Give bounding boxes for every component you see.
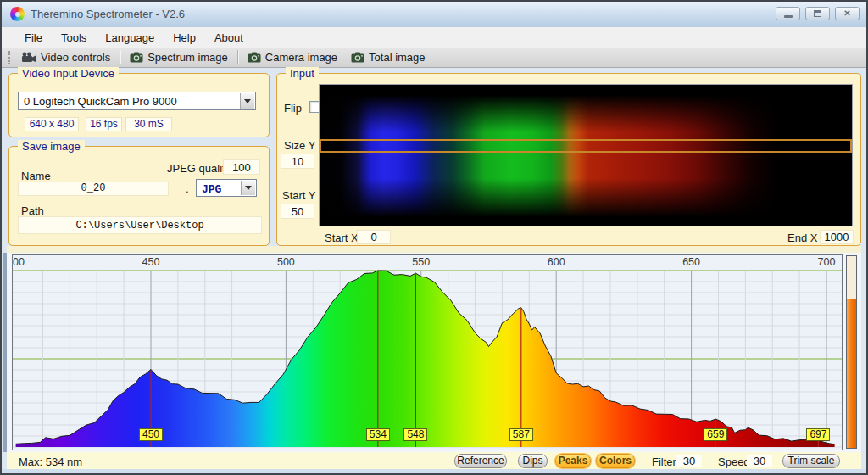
scan-line-selection-rect[interactable] — [320, 139, 852, 153]
video-camera-icon — [21, 52, 36, 63]
format-selected: JPG — [202, 183, 221, 196]
level-indicator-bar — [846, 255, 857, 449]
menu-language[interactable]: Language — [96, 28, 164, 48]
camera-icon — [248, 52, 261, 63]
video-controls-button[interactable]: Video controls — [14, 49, 117, 65]
dips-button[interactable]: Dips — [518, 454, 548, 468]
minimize-button[interactable] — [776, 7, 800, 20]
path-label: Path — [21, 204, 44, 217]
window-title: Theremino Spectrometer - V2.6 — [31, 8, 185, 20]
resolution-chip: 640 x 480 — [25, 117, 79, 131]
menu-help[interactable]: Help — [164, 28, 205, 48]
minimize-icon — [784, 15, 793, 18]
end-x-label: End X — [787, 232, 817, 244]
menu-about[interactable]: About — [205, 28, 253, 48]
size-y-label: Size Y — [284, 139, 315, 152]
size-y-field[interactable]: 10 — [281, 154, 314, 169]
svg-text:600: 600 — [548, 256, 565, 268]
toolbar-grip-icon — [8, 51, 11, 64]
peak-label: 534 — [366, 428, 390, 441]
jpeg-quality-label: JPEG quality — [167, 162, 231, 175]
video-input-device-group-title: Video Input Device — [18, 67, 119, 80]
spectrum-image-button[interactable]: Spectrum image — [123, 49, 235, 65]
level-indicator-fill — [847, 299, 856, 448]
peak-label: 450 — [139, 428, 163, 441]
end-x-field[interactable]: 1000 — [820, 230, 854, 244]
file-name-field[interactable]: 0_20 — [18, 182, 169, 196]
save-image-group: Save image JPEG quality 100 Name 0_20 . … — [8, 146, 270, 246]
svg-text:550: 550 — [412, 256, 430, 268]
svg-text:400: 400 — [13, 256, 25, 268]
input-group: Input Flip Size Y 10 Start Y 50 Start X … — [276, 73, 861, 246]
chevron-down-icon[interactable] — [240, 93, 254, 109]
camera-icon — [130, 52, 143, 63]
format-select[interactable]: JPG — [196, 179, 257, 197]
flip-label: Flip — [284, 102, 302, 115]
video-controls-label: Video controls — [41, 51, 110, 64]
name-label: Name — [21, 170, 51, 182]
speed-label: Speed — [718, 455, 750, 468]
svg-text:500: 500 — [277, 256, 295, 268]
camera-icon — [351, 52, 364, 63]
toolbar-separator — [237, 50, 238, 64]
start-x-label: Start X — [325, 232, 359, 244]
fps-chip: 16 fps — [86, 117, 122, 131]
app-logo-icon — [10, 7, 25, 21]
path-field[interactable]: C:\Users\User\Desktop — [18, 216, 262, 234]
max-peak-readout: Max: 534 nm — [19, 455, 82, 468]
peaks-button[interactable]: Peaks — [555, 454, 591, 468]
filter-label: Filter — [652, 455, 676, 468]
title-bar: Theremino Spectrometer - V2.6 ✕ — [2, 2, 866, 27]
app-window: Theremino Spectrometer - V2.6 ✕ File Too… — [0, 0, 868, 475]
trim-scale-button[interactable]: Trim scale — [782, 454, 840, 468]
svg-text:700: 700 — [818, 256, 836, 268]
peak-label: 697 — [806, 428, 830, 441]
svg-text:450: 450 — [142, 256, 160, 268]
filter-field[interactable]: 30 — [676, 455, 702, 467]
close-button[interactable]: ✕ — [835, 7, 860, 20]
total-image-button[interactable]: Total image — [344, 49, 431, 65]
chevron-down-icon[interactable] — [241, 181, 255, 195]
jpeg-quality-field[interactable]: 100 — [223, 159, 260, 175]
menu-file[interactable]: File — [15, 28, 52, 48]
peak-label: 587 — [509, 428, 533, 441]
camera-image-button[interactable]: Camera image — [241, 49, 344, 65]
total-image-label: Total image — [369, 51, 425, 64]
spectrum-image-label: Spectrum image — [147, 51, 228, 64]
toolbar: Video controls Spectrum image Camera ima… — [2, 48, 866, 68]
video-device-selected: 0 Logitech QuickCam Pro 9000 — [24, 95, 177, 108]
camera-image-label: Camera image — [265, 51, 337, 64]
start-x-field[interactable]: 0 — [357, 230, 391, 244]
video-input-device-group: Video Input Device 0 Logitech QuickCam P… — [8, 73, 270, 137]
save-image-group-title: Save image — [18, 140, 85, 153]
status-bar: Max: 534 nm Reference Dips Peaks Colors … — [7, 452, 861, 469]
svg-text:650: 650 — [682, 256, 700, 268]
video-device-select[interactable]: 0 Logitech QuickCam Pro 9000 — [18, 92, 256, 110]
toolbar-separator — [120, 50, 120, 64]
close-icon: ✕ — [843, 9, 850, 18]
camera-preview-image — [319, 84, 853, 226]
spectrum-chart-panel: 400450500550600650700450534548587659697 — [7, 253, 861, 452]
reference-button[interactable]: Reference — [454, 454, 507, 468]
start-y-label: Start Y — [282, 189, 316, 202]
speed-field[interactable]: 30 — [747, 455, 772, 467]
peak-label: 548 — [403, 428, 427, 441]
input-group-title: Input — [286, 67, 319, 80]
exposure-chip: 30 mS — [125, 117, 172, 131]
panel-gap — [7, 246, 861, 253]
colors-button[interactable]: Colors — [596, 454, 635, 468]
dot-separator: . — [186, 182, 189, 195]
menu-bar: File Tools Language Help About — [2, 27, 866, 48]
spectrum-chart: 400450500550600650700450534548587659697 — [12, 254, 843, 450]
start-y-field[interactable]: 50 — [281, 204, 314, 219]
menu-tools[interactable]: Tools — [52, 28, 96, 48]
maximize-button[interactable] — [805, 7, 830, 20]
peak-label: 659 — [704, 428, 727, 441]
maximize-icon — [814, 10, 821, 17]
